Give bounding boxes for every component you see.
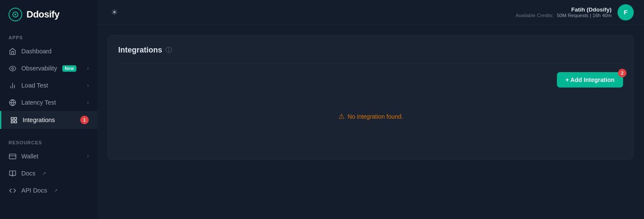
logo: Ddosify [0, 0, 97, 29]
svg-rect-9 [14, 117, 16, 120]
sidebar-item-load-test[interactable]: Load Test › [0, 77, 97, 94]
avatar-letter: F [624, 9, 627, 16]
topbar-right: Fatih (Ddosify) Available Credits: 50M R… [516, 4, 634, 20]
grid-icon [10, 116, 17, 124]
theme-toggle-button[interactable]: ☀ [108, 6, 121, 19]
resources-section-label: RESOURCES [0, 134, 97, 148]
book-icon [9, 169, 16, 177]
empty-message: No integration found. [348, 113, 403, 120]
chevron-right-icon: › [87, 99, 89, 105]
integrations-card: Integrations ⓘ + Add Integration 2 ⚠ No … [108, 35, 634, 160]
empty-state: ⚠ No integration found. [338, 112, 403, 120]
sidebar-item-docs[interactable]: Docs ↗ [0, 165, 97, 182]
topbar: ☀ Fatih (Ddosify) Available Credits: 50M… [97, 0, 644, 25]
svg-rect-10 [11, 120, 13, 123]
sidebar-item-label: Latency Test [21, 99, 56, 106]
logo-icon [9, 8, 22, 21]
user-credits: Available Credits: 50M Requests | 16h 40… [516, 13, 612, 18]
sidebar-item-integrations[interactable]: Integrations 1 [0, 111, 97, 129]
credit-card-icon [9, 152, 16, 160]
info-icon[interactable]: ⓘ [166, 46, 172, 54]
sidebar-item-label: Integrations [23, 117, 55, 123]
svg-point-2 [12, 67, 13, 69]
svg-rect-8 [11, 117, 13, 120]
bar-chart-icon [9, 82, 16, 89]
user-name: Fatih (Ddosify) [516, 6, 612, 13]
svg-rect-12 [9, 154, 16, 158]
add-integration-label: + Add Integration [565, 76, 615, 83]
apps-section-label: APPS [0, 29, 97, 43]
integrations-body: + Add Integration 2 ⚠ No integration fou… [118, 72, 623, 149]
logo-text: Ddosify [26, 9, 59, 20]
sidebar-item-latency-test[interactable]: Latency Test › [0, 94, 97, 111]
sidebar-item-label: Load Test [21, 82, 48, 89]
topbar-left: ☀ [108, 6, 121, 19]
svg-rect-11 [14, 120, 16, 123]
sidebar-item-label: Wallet [21, 153, 38, 160]
sun-icon: ☀ [111, 8, 118, 17]
credits-label: Available Credits: [516, 13, 554, 18]
page-title: Integrations [118, 46, 162, 55]
integrations-count-badge: 1 [80, 116, 89, 124]
add-integration-button[interactable]: + Add Integration 2 [557, 72, 623, 88]
user-info: Fatih (Ddosify) Available Credits: 50M R… [516, 6, 612, 18]
chevron-right-icon: › [87, 82, 89, 88]
globe-icon [9, 99, 16, 106]
credits-value: 50M Requests | 16h 40m [557, 13, 612, 18]
sidebar-item-wallet[interactable]: Wallet › [0, 148, 97, 165]
sidebar-item-api-docs[interactable]: API Docs ↗ [0, 182, 97, 199]
code-icon [9, 187, 16, 194]
sidebar-item-observability[interactable]: Observability New › [0, 60, 97, 77]
integrations-header: Integrations ⓘ [118, 46, 623, 64]
home-icon [9, 47, 16, 55]
new-badge: New [62, 65, 76, 72]
sidebar-item-label: Dashboard [21, 48, 52, 55]
avatar[interactable]: F [618, 4, 634, 20]
chevron-right-icon: › [87, 153, 89, 159]
svg-point-1 [15, 14, 16, 15]
external-link-icon: ↗ [42, 171, 46, 176]
chevron-right-icon: › [87, 65, 89, 71]
sidebar: Ddosify APPS Dashboard Observability New… [0, 0, 97, 219]
page-content: Integrations ⓘ + Add Integration 2 ⚠ No … [97, 25, 644, 219]
sidebar-item-label: Observability [21, 65, 57, 72]
sidebar-item-label: Docs [21, 170, 35, 177]
warning-icon: ⚠ [338, 112, 344, 120]
main-content: ☀ Fatih (Ddosify) Available Credits: 50M… [97, 0, 644, 219]
eye-icon [9, 64, 16, 72]
sidebar-item-dashboard[interactable]: Dashboard [0, 43, 97, 60]
add-integration-badge: 2 [618, 69, 627, 77]
external-link-icon: ↗ [54, 188, 58, 193]
sidebar-item-label: API Docs [21, 187, 47, 194]
